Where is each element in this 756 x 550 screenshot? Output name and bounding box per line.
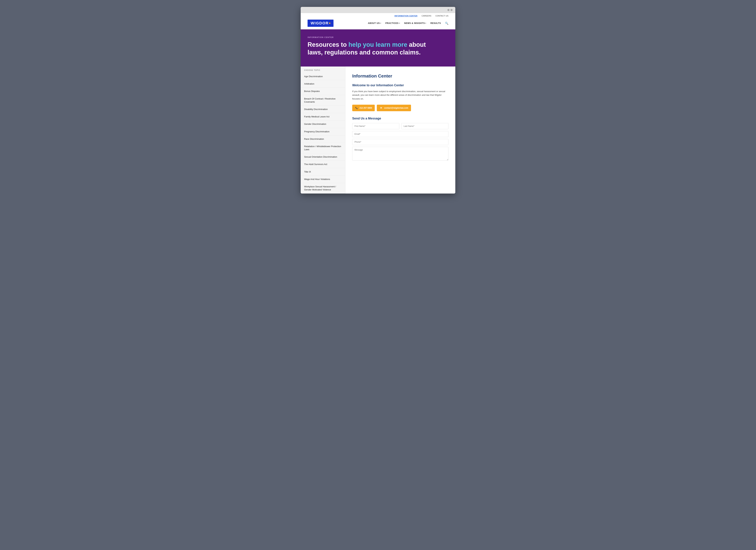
last-name-field[interactable] bbox=[401, 123, 448, 129]
search-icon[interactable]: 🔍 bbox=[445, 22, 448, 25]
logo-dot bbox=[329, 23, 330, 24]
header-top: INFORMATION CENTER CAREERS CONTACT US bbox=[308, 13, 448, 18]
content-area: CHOOSE TOPIC Age Discrimination Arbitrat… bbox=[301, 66, 455, 193]
email-address: contact@wigdorlaw.com bbox=[384, 107, 408, 109]
sidebar-item-gender-discrimination[interactable]: Gender Discrimination bbox=[301, 120, 345, 128]
careers-link[interactable]: CAREERS bbox=[422, 15, 431, 17]
form-title: Send Us a Message bbox=[352, 117, 448, 120]
sidebar-item-sexual-orientation[interactable]: Sexual Orientation Discrimination bbox=[301, 153, 345, 161]
browser-chrome bbox=[301, 7, 455, 13]
hero-title-start: Resources to bbox=[308, 41, 348, 48]
email-button[interactable]: ✉ contact@wigdorlaw.com bbox=[377, 105, 411, 111]
chevron-down-icon: ▾ bbox=[425, 22, 426, 24]
sidebar-item-pregnancy-discrimination[interactable]: Pregnancy Discrimination bbox=[301, 128, 345, 135]
sidebar-item-workplace-harassment[interactable]: Workplace Sexual Harassment / Gender Mot… bbox=[301, 183, 345, 193]
first-name-field[interactable] bbox=[352, 123, 399, 129]
sidebar-item-family-medical-leave[interactable]: Family Medical Leave Act bbox=[301, 113, 345, 120]
info-center-link[interactable]: INFORMATION CENTER bbox=[394, 15, 418, 17]
nav-news-insights[interactable]: NEWS & INSIGHTS ▾ bbox=[404, 22, 426, 24]
phone-field[interactable] bbox=[352, 139, 448, 145]
logo[interactable]: WIGDOR bbox=[308, 20, 333, 27]
contact-buttons: 📞 212 257 6800 ✉ contact@wigdorlaw.com bbox=[352, 105, 448, 111]
browser-btn-2[interactable] bbox=[451, 9, 453, 11]
sidebar: CHOOSE TOPIC Age Discrimination Arbitrat… bbox=[301, 66, 345, 193]
phone-icon: 📞 bbox=[355, 106, 358, 109]
email-icon: ✉ bbox=[380, 106, 383, 109]
main-nav: ABOUT US ▾ PRACTICES ▾ NEWS & INSIGHTS ▾… bbox=[368, 22, 448, 25]
phone-button[interactable]: 📞 212 257 6800 bbox=[352, 105, 375, 111]
nav-practices[interactable]: PRACTICES ▾ bbox=[385, 22, 400, 24]
sidebar-item-breach-of-contract[interactable]: Breach Of Contract / Restrictive Covenan… bbox=[301, 95, 345, 106]
browser-btn-1[interactable] bbox=[447, 9, 449, 11]
hero-section: INFORMATION CENTER Resources to help you… bbox=[301, 29, 455, 66]
sidebar-item-title-ix[interactable]: Title IX bbox=[301, 168, 345, 176]
hero-title-highlight: help you learn more bbox=[348, 41, 407, 48]
sidebar-item-arbitration[interactable]: Arbitration bbox=[301, 80, 345, 88]
sidebar-item-wage-hour[interactable]: Wage And Hour Violations bbox=[301, 176, 345, 183]
hero-title: Resources to help you learn more about l… bbox=[308, 41, 428, 56]
logo-text: WIGDOR bbox=[311, 21, 329, 25]
browser-window: INFORMATION CENTER CAREERS CONTACT US WI… bbox=[301, 7, 455, 193]
sidebar-item-retaliation[interactable]: Retaliation / Whistleblower Protection L… bbox=[301, 143, 345, 153]
sidebar-item-adult-survivors[interactable]: The Adult Survivors Act bbox=[301, 161, 345, 168]
sidebar-item-age-discrimination[interactable]: Age Discrimination bbox=[301, 73, 345, 80]
site-header: INFORMATION CENTER CAREERS CONTACT US WI… bbox=[301, 13, 455, 29]
main-content: Information Center Welcome to our Inform… bbox=[345, 66, 455, 193]
nav-results[interactable]: RESULTS bbox=[430, 22, 441, 24]
chevron-down-icon: ▾ bbox=[399, 22, 400, 24]
hero-label: INFORMATION CENTER bbox=[308, 36, 448, 38]
message-field[interactable] bbox=[352, 147, 448, 160]
welcome-body: If you think you have been subject to em… bbox=[352, 89, 448, 100]
nav-about-us[interactable]: ABOUT US ▾ bbox=[368, 22, 381, 24]
contact-us-link[interactable]: CONTACT US bbox=[436, 15, 449, 17]
sidebar-item-disability-discrimination[interactable]: Disability Discrimination bbox=[301, 106, 345, 113]
sidebar-header: CHOOSE TOPIC bbox=[301, 66, 345, 73]
sidebar-item-bonus-disputes[interactable]: Bonus Disputes bbox=[301, 88, 345, 95]
main-title: Information Center bbox=[352, 73, 448, 79]
welcome-title: Welcome to our Information Center bbox=[352, 83, 448, 87]
phone-number: 212 257 6800 bbox=[359, 107, 372, 109]
email-field[interactable] bbox=[352, 131, 448, 137]
header-bottom: WIGDOR ABOUT US ▾ PRACTICES ▾ NEWS & INS… bbox=[308, 18, 448, 29]
form-name-row bbox=[352, 123, 448, 129]
sidebar-item-race-discrimination[interactable]: Race Discrimination bbox=[301, 135, 345, 143]
chevron-down-icon: ▾ bbox=[380, 22, 381, 24]
